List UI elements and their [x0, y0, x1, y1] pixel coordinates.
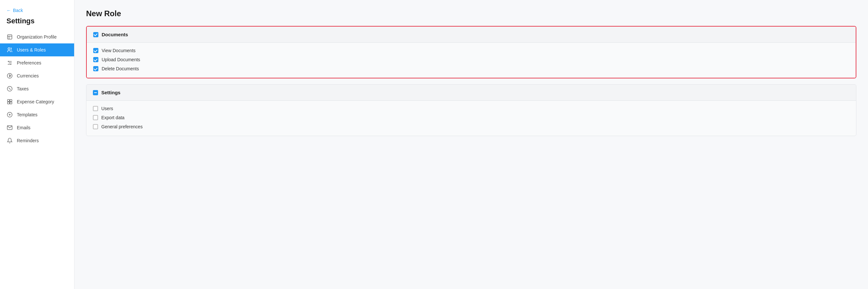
- sidebar-item-taxes[interactable]: Taxes: [0, 82, 74, 95]
- back-label: Back: [13, 8, 23, 13]
- sidebar-item-label-organization-profile: Organization Profile: [17, 34, 57, 39]
- section-body-settings: UsersExport dataGeneral preferences: [86, 101, 856, 136]
- permission-item[interactable]: Users: [93, 106, 849, 111]
- users-roles-icon: [6, 47, 13, 53]
- sidebar-item-reminders[interactable]: Reminders: [0, 134, 74, 147]
- sidebar-item-preferences[interactable]: Preferences: [0, 56, 74, 69]
- section-checkbox-documents[interactable]: [93, 32, 98, 37]
- permission-checkbox-documents-1[interactable]: [93, 57, 98, 62]
- sidebar-item-label-emails: Emails: [17, 125, 30, 130]
- permission-checkbox-documents-0[interactable]: [93, 48, 98, 53]
- sidebar-item-users-roles[interactable]: Users & Roles: [0, 44, 74, 56]
- currencies-icon: [6, 73, 13, 79]
- permission-label: Export data: [101, 115, 125, 120]
- permission-label: Users: [101, 106, 113, 111]
- permission-label: General preferences: [101, 124, 143, 129]
- section-label-settings: Settings: [101, 90, 120, 95]
- templates-icon: [6, 112, 13, 118]
- sidebar-item-expense-category[interactable]: Expense Category: [0, 95, 74, 108]
- permission-item[interactable]: Export data: [93, 115, 849, 120]
- permission-checkbox-settings-0[interactable]: [93, 106, 98, 111]
- sidebar-item-label-users-roles: Users & Roles: [17, 47, 45, 53]
- permission-checkbox-settings-1[interactable]: [93, 115, 98, 120]
- sidebar: ← Back Settings Organization ProfileUser…: [0, 0, 74, 289]
- permission-item[interactable]: View Documents: [93, 48, 849, 53]
- sidebar-item-label-expense-category: Expense Category: [17, 99, 54, 104]
- section-header-settings: Settings: [86, 85, 856, 101]
- svg-rect-15: [10, 99, 12, 102]
- permission-item[interactable]: Upload Documents: [93, 57, 849, 62]
- main-content: New Role DocumentsView DocumentsUpload D…: [74, 0, 868, 289]
- back-link[interactable]: ← Back: [0, 5, 74, 16]
- permission-checkbox-settings-2[interactable]: [93, 124, 98, 129]
- sidebar-item-emails[interactable]: Emails: [0, 121, 74, 134]
- sidebar-item-label-taxes: Taxes: [17, 86, 29, 91]
- section-label-documents: Documents: [102, 32, 128, 37]
- permission-sections: DocumentsView DocumentsUpload DocumentsD…: [86, 26, 856, 136]
- expense-category-icon: [6, 98, 13, 105]
- svg-rect-16: [10, 102, 12, 104]
- permission-label: View Documents: [102, 48, 135, 53]
- permission-label: Upload Documents: [102, 57, 140, 62]
- sidebar-item-organization-profile[interactable]: Organization Profile: [0, 30, 74, 44]
- sidebar-title: Settings: [0, 16, 74, 30]
- permission-checkbox-documents-2[interactable]: [93, 66, 98, 71]
- svg-rect-14: [7, 99, 9, 102]
- emails-icon: [6, 124, 13, 131]
- page-title: New Role: [86, 9, 856, 18]
- reminders-icon: [6, 137, 13, 144]
- permission-item[interactable]: Delete Documents: [93, 66, 849, 71]
- permission-section-documents: DocumentsView DocumentsUpload DocumentsD…: [86, 26, 856, 79]
- back-arrow-icon: ←: [6, 8, 11, 13]
- organization-profile-icon: [6, 34, 13, 40]
- sidebar-nav: Organization ProfileUsers & RolesPrefere…: [0, 30, 74, 147]
- svg-point-3: [8, 48, 10, 50]
- sidebar-item-label-templates: Templates: [17, 112, 37, 117]
- sidebar-item-label-currencies: Currencies: [17, 73, 39, 79]
- permission-section-settings: SettingsUsersExport dataGeneral preferen…: [86, 84, 856, 136]
- svg-point-12: [9, 88, 9, 88]
- sidebar-item-label-reminders: Reminders: [17, 138, 39, 143]
- permission-item[interactable]: General preferences: [93, 124, 849, 129]
- svg-point-8: [10, 64, 11, 65]
- svg-rect-0: [7, 35, 12, 39]
- sidebar-item-currencies[interactable]: Currencies: [0, 69, 74, 82]
- permission-label: Delete Documents: [102, 66, 139, 71]
- svg-rect-17: [7, 102, 9, 104]
- svg-point-7: [8, 61, 9, 62]
- preferences-icon: [6, 60, 13, 66]
- section-checkbox-settings[interactable]: [93, 90, 98, 95]
- sidebar-item-templates[interactable]: Templates: [0, 108, 74, 121]
- sidebar-item-label-preferences: Preferences: [17, 60, 41, 65]
- section-body-documents: View DocumentsUpload DocumentsDelete Doc…: [87, 43, 856, 78]
- svg-point-13: [10, 89, 11, 90]
- taxes-icon: [6, 86, 13, 92]
- section-header-documents: Documents: [87, 27, 856, 43]
